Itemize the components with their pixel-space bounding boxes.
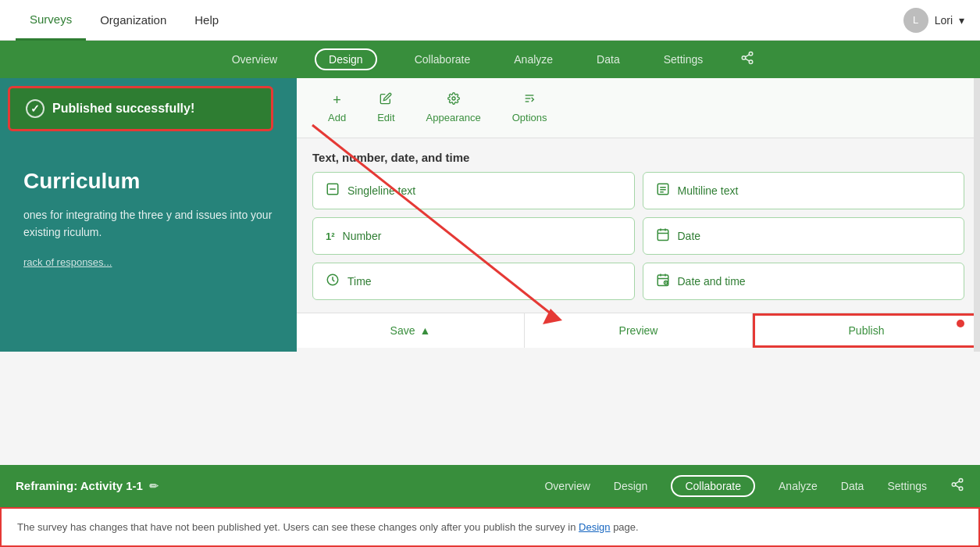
svg-point-28	[952, 482, 956, 486]
question-type-grid: Singleline text Multiline text 1² Number…	[297, 172, 980, 313]
main-panels: ✓ Published successfully! Curriculum one…	[0, 78, 980, 352]
action-bar: Save ▲ Preview Publish	[297, 313, 980, 348]
toolbar-collaborate[interactable]: Collaborate	[408, 50, 477, 69]
svg-point-5	[452, 97, 455, 100]
date-btn[interactable]: Date	[643, 217, 965, 255]
survey-description: ones for integrating the three y and iss…	[23, 206, 273, 241]
user-name: Lori	[935, 14, 953, 27]
nav-organization[interactable]: Organization	[86, 1, 180, 39]
svg-point-2	[750, 60, 754, 64]
warning-text-after: page.	[611, 521, 639, 533]
date-time-btn[interactable]: Date and time	[643, 263, 965, 300]
survey-info-panel: ✓ Published successfully! Curriculum one…	[0, 78, 297, 352]
publish-button[interactable]: Publish	[753, 313, 980, 348]
nav-help[interactable]: Help	[180, 1, 233, 39]
warning-banner: The survey has changes that have not bee…	[0, 507, 980, 548]
bottom-toolbar-design[interactable]: Design	[614, 480, 648, 492]
scrollbar[interactable]	[974, 78, 980, 352]
svg-rect-15	[657, 230, 668, 241]
time-label: Time	[347, 275, 372, 288]
number-icon: 1²	[326, 231, 335, 242]
multiline-text-btn[interactable]: Multiline text	[643, 172, 965, 209]
svg-point-1	[743, 56, 747, 60]
time-btn[interactable]: Time	[312, 263, 635, 300]
svg-line-31	[955, 481, 959, 483]
toolbar-settings[interactable]: Settings	[657, 50, 710, 69]
user-dropdown-icon: ▾	[959, 14, 964, 27]
survey-title: Curriculum	[23, 168, 273, 195]
save-label: Save	[390, 324, 415, 337]
design-page-link[interactable]: Design	[579, 521, 610, 533]
publish-label: Publish	[849, 324, 885, 337]
edit-title-icon[interactable]: ✏	[149, 480, 159, 492]
multiline-label: Multiline text	[678, 184, 739, 197]
edit-icon	[380, 92, 392, 109]
toolbar-design[interactable]: Design	[315, 48, 377, 70]
number-label: Number	[343, 230, 382, 242]
date-icon	[656, 227, 670, 245]
singleline-label: Singleline text	[347, 184, 415, 197]
responses-link[interactable]: rack of responses...	[23, 256, 273, 268]
svg-line-3	[746, 59, 750, 61]
toolbar-analyze[interactable]: Analyze	[508, 50, 559, 69]
add-button[interactable]: + Add	[312, 86, 362, 130]
top-navigation: Surveys Organization Help L Lori ▾	[0, 0, 980, 41]
second-survey-toolbar: Reframing: Activity 1-1 ✏ Overview Desig…	[0, 465, 980, 507]
survey-toolbar: Overview Design Collaborate Analyze Data…	[0, 41, 980, 78]
date-label: Date	[678, 230, 701, 242]
bottom-toolbar-collaborate[interactable]: Collaborate	[671, 475, 755, 497]
user-menu[interactable]: L Lori ▾	[903, 8, 964, 33]
save-dropdown-icon: ▲	[420, 324, 431, 337]
publish-dot	[957, 320, 964, 327]
appearance-label: Appearance	[426, 112, 481, 123]
second-survey-title: Reframing: Activity 1-1	[16, 479, 143, 492]
singleline-text-btn[interactable]: Singleline text	[312, 172, 635, 209]
save-button[interactable]: Save ▲	[297, 313, 525, 348]
date-time-label: Date and time	[678, 275, 746, 288]
bottom-share-button[interactable]	[950, 477, 964, 495]
options-button[interactable]: Options	[497, 86, 563, 130]
avatar: L	[903, 8, 928, 33]
add-label: Add	[328, 112, 346, 123]
bottom-toolbar-analyze[interactable]: Analyze	[779, 480, 818, 492]
date-time-icon	[656, 273, 670, 290]
preview-button[interactable]: Preview	[525, 313, 753, 348]
question-panel: + Add Edit Appearance Options	[297, 78, 980, 352]
edit-label: Edit	[377, 112, 394, 123]
add-icon: +	[333, 92, 341, 109]
svg-point-0	[750, 52, 754, 56]
singleline-icon	[326, 182, 340, 199]
bottom-section: Reframing: Activity 1-1 ✏ Overview Desig…	[0, 465, 980, 548]
appearance-icon	[447, 92, 460, 109]
edit-button[interactable]: Edit	[362, 86, 410, 130]
nav-surveys[interactable]: Surveys	[16, 0, 86, 41]
options-label: Options	[512, 112, 547, 123]
avatar-initial: L	[913, 14, 918, 26]
time-icon	[326, 273, 340, 290]
svg-point-27	[959, 478, 963, 482]
warning-text-before: The survey has changes that have not bee…	[17, 521, 579, 533]
share-button[interactable]	[740, 51, 754, 68]
bottom-toolbar-settings[interactable]: Settings	[887, 480, 927, 492]
appearance-button[interactable]: Appearance	[411, 86, 497, 130]
options-icon	[523, 92, 536, 109]
check-icon: ✓	[26, 99, 45, 118]
svg-line-30	[955, 485, 959, 488]
toolbar-data[interactable]: Data	[590, 50, 626, 69]
bottom-toolbar-overview[interactable]: Overview	[544, 480, 590, 492]
question-type-toolbar: + Add Edit Appearance Options	[297, 78, 980, 138]
svg-line-4	[746, 55, 750, 57]
multiline-icon	[656, 182, 670, 199]
bottom-toolbar-data[interactable]: Data	[841, 480, 864, 492]
section-heading: Text, number, date, and time	[297, 138, 980, 172]
preview-label: Preview	[619, 324, 658, 337]
toolbar-overview[interactable]: Overview	[226, 50, 283, 69]
number-btn[interactable]: 1² Number	[312, 217, 635, 255]
success-text: Published successfully!	[52, 102, 194, 116]
success-notification: ✓ Published successfully!	[8, 86, 273, 131]
svg-point-29	[959, 487, 963, 491]
second-survey-title-area: Reframing: Activity 1-1 ✏	[16, 479, 159, 492]
